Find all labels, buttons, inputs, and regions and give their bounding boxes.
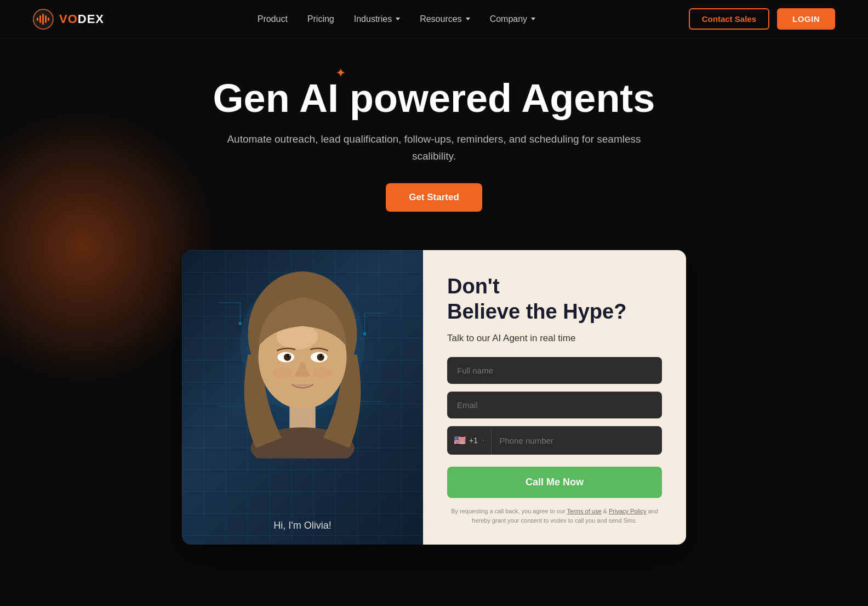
- call-me-now-button[interactable]: Call Me Now: [447, 467, 662, 498]
- phone-flag-selector[interactable]: 🇺🇸 +1 ·: [447, 426, 492, 455]
- hero-section: Gen AI✦ powered Agents Automate outreach…: [0, 38, 868, 239]
- phone-row: 🇺🇸 +1 ·: [447, 426, 662, 455]
- email-input[interactable]: [447, 392, 662, 418]
- nav-item-product[interactable]: Product: [258, 14, 288, 24]
- svg-rect-1: [37, 18, 38, 21]
- portrait-side: Hi, I'm Olivia!: [182, 250, 423, 545]
- logo[interactable]: VODEX: [33, 9, 104, 30]
- nav-buttons: Contact Sales LOGIN: [689, 8, 835, 30]
- card-container: Hi, I'm Olivia! Don't Believe the Hype? …: [0, 239, 868, 577]
- privacy-link[interactable]: Privacy Policy: [609, 508, 646, 514]
- svg-rect-2: [39, 15, 41, 23]
- fullname-input[interactable]: [447, 357, 662, 384]
- hero-subtitle: Automate outreach, lead qualification, f…: [220, 131, 648, 165]
- svg-point-27: [363, 332, 367, 336]
- nav-item-company[interactable]: Company: [490, 14, 535, 24]
- svg-rect-3: [42, 14, 44, 25]
- industries-chevron-icon: [396, 18, 400, 20]
- svg-point-18: [289, 355, 290, 356]
- svg-point-20: [272, 367, 291, 378]
- ai-text: I✦: [328, 77, 339, 120]
- resources-chevron-icon: [466, 18, 470, 20]
- svg-rect-5: [48, 18, 49, 21]
- form-subtitle: Talk to our AI Agent in real time: [447, 333, 662, 344]
- logo-icon: [33, 9, 54, 30]
- svg-point-14: [284, 354, 291, 361]
- form-legal-text: By requesting a call back, you agree to …: [447, 507, 662, 525]
- svg-point-15: [317, 354, 324, 361]
- logo-text: VODEX: [59, 12, 104, 26]
- svg-point-19: [322, 355, 323, 356]
- login-button[interactable]: LOGIN: [777, 8, 835, 30]
- contact-sales-button[interactable]: Contact Sales: [689, 8, 769, 30]
- portrait-label: Hi, I'm Olivia!: [273, 520, 331, 545]
- navbar: VODEX Product Pricing Industries Resourc…: [0, 0, 868, 38]
- svg-rect-4: [45, 15, 47, 23]
- svg-point-24: [238, 322, 242, 325]
- phone-separator: ·: [482, 435, 484, 445]
- svg-point-21: [314, 367, 333, 378]
- nav-item-pricing[interactable]: Pricing: [307, 14, 334, 24]
- form-title: Don't Believe the Hype?: [447, 274, 662, 324]
- phone-country-code: +1: [469, 436, 478, 445]
- company-chevron-icon: [531, 18, 535, 20]
- portrait-illustration: [204, 261, 401, 458]
- main-card: Hi, I'm Olivia! Don't Believe the Hype? …: [182, 250, 686, 545]
- get-started-button[interactable]: Get Started: [386, 183, 482, 212]
- form-side: Don't Believe the Hype? Talk to our AI A…: [423, 250, 686, 545]
- sparkle-icon: ✦: [336, 67, 345, 79]
- nav-item-resources[interactable]: Resources: [420, 14, 470, 24]
- hero-title: Gen AI✦ powered Agents: [213, 77, 655, 120]
- terms-link[interactable]: Terms of use: [567, 508, 602, 514]
- phone-input[interactable]: [492, 427, 662, 454]
- nav-item-industries[interactable]: Industries: [354, 14, 400, 24]
- nav-links: Product Pricing Industries Resources Com…: [258, 14, 535, 24]
- flag-icon: 🇺🇸: [454, 434, 466, 446]
